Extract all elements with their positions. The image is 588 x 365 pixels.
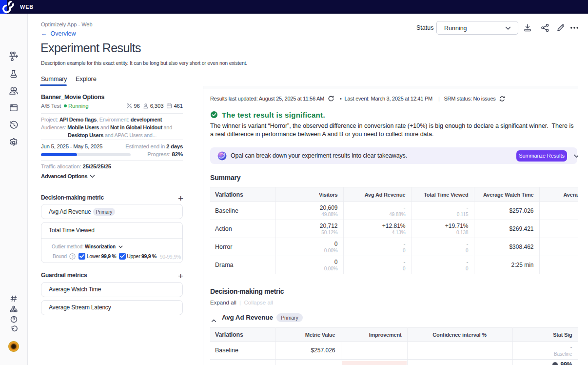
svg-text:?: ? (71, 254, 74, 259)
